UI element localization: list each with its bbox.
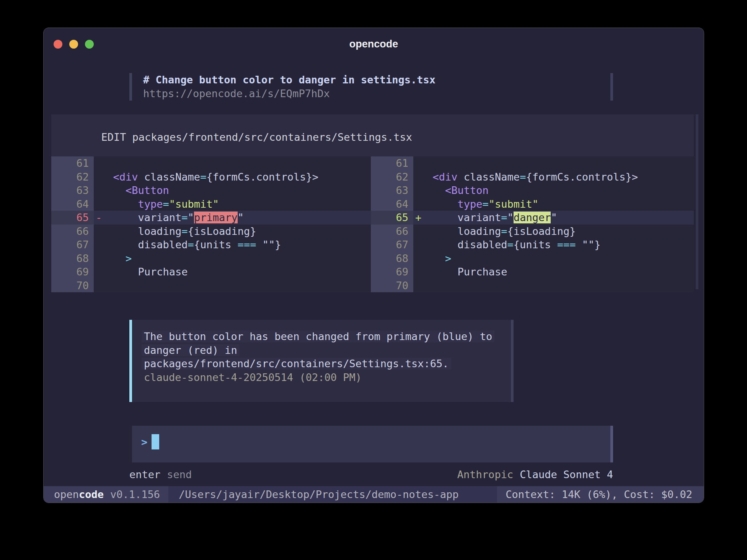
code-token: === (238, 239, 256, 251)
diff-row: 63 <Button (371, 184, 694, 197)
diff-row: 62 <div className={formCs.controls}> (51, 170, 371, 184)
code-token: = (483, 198, 489, 210)
app-name-open: open (54, 488, 79, 500)
assistant-message-text: danger (red) in (142, 344, 240, 356)
code-token (138, 171, 144, 183)
diff-code-line (94, 279, 371, 293)
code-token: {isLoading} (188, 225, 256, 237)
assistant-message-text: packages/frontend/src/containers/Setting… (142, 358, 451, 370)
edit-file-path: packages/frontend/src/containers/Setting… (132, 131, 413, 143)
code-token: > (445, 252, 451, 264)
code-token: Purchase (458, 266, 507, 278)
diff-row: 70 (371, 279, 694, 293)
code-token: {formCs.controls}> (526, 171, 638, 183)
edit-header: EDITpackages/frontend/src/containers/Set… (51, 114, 694, 155)
diff-line-number: 66 (51, 225, 94, 238)
diff-line-number: 69 (371, 265, 413, 279)
project-path: /Users/jayair/Desktop/Projects/demo-note… (179, 488, 459, 500)
diff-code-line: disabled={units === ""} (94, 238, 371, 252)
diff-code-line: <div className={formCs.controls}> (94, 170, 371, 184)
diff-line-number: 70 (51, 279, 94, 293)
assistant-message-meta: claude-sonnet-4-20250514 (02:00 PM) (144, 371, 511, 384)
edit-action-label: EDIT (101, 131, 126, 143)
diff-code-line (413, 156, 694, 170)
code-token: = (181, 225, 188, 237)
diff-line-number: 66 (371, 225, 413, 238)
diff-row: 65- variant="primary" (51, 211, 371, 225)
diff-line-number: 65 (51, 211, 94, 225)
diff-code-line (413, 279, 694, 293)
code-token: "submit" (169, 198, 219, 210)
code-token: className (464, 171, 520, 183)
diff-change-marker: + (413, 211, 420, 225)
code-token: type (138, 198, 163, 210)
prompt-input[interactable]: > (129, 426, 613, 462)
code-token: === (557, 239, 576, 251)
diff-code-line (94, 156, 371, 170)
code-token: variant (138, 212, 182, 223)
edit-diff-panel: EDITpackages/frontend/src/containers/Set… (51, 114, 694, 289)
code-token (101, 198, 138, 210)
send-action-label: send (167, 469, 192, 480)
enter-key-hint: enter (129, 469, 160, 480)
code-token: {isLoading} (507, 225, 576, 237)
diff-line-number: 70 (371, 279, 413, 293)
code-token: disabled (138, 239, 188, 251)
diff-code-line: > (94, 252, 371, 265)
model-indicator[interactable]: AnthropicClaude Sonnet 4 (457, 469, 613, 480)
diff-code-line: <Button (94, 184, 371, 197)
diff-row: 61 (371, 156, 694, 170)
code-token: ""} (256, 239, 281, 251)
diff-code-line: Purchase (413, 265, 694, 279)
code-token: = (501, 212, 507, 223)
code-token: disabled (458, 239, 507, 251)
code-token: danger (514, 212, 551, 223)
code-token: {formCs.controls}> (206, 171, 318, 183)
code-token: > (126, 252, 132, 264)
code-token: {units (514, 239, 557, 251)
code-token: = (181, 212, 188, 223)
code-token (420, 225, 458, 237)
diff-code-line: type="submit" (94, 197, 371, 211)
assistant-message-lines: The button color has been changed from p… (144, 330, 511, 371)
code-token: className (144, 171, 200, 183)
diff-scrollbar[interactable] (696, 114, 698, 289)
code-token (420, 198, 458, 210)
diff-line-number: 61 (51, 156, 94, 170)
diff-row: 67 disabled={units === ""} (51, 238, 371, 252)
code-token: " (551, 212, 557, 223)
diff-row: 70 (51, 279, 371, 293)
code-token: <div (433, 171, 458, 183)
diff-code-line: type="submit" (413, 197, 694, 211)
diff-line-number: 69 (51, 265, 94, 279)
assistant-message-block: The button color has been changed from p… (129, 320, 514, 402)
assistant-message-line: packages/frontend/src/containers/Setting… (144, 357, 511, 371)
code-token: {units (194, 239, 238, 251)
code-token (101, 184, 126, 196)
diff-side-before: 6162 <div className={formCs.controls}>63… (51, 156, 371, 292)
code-token: type (458, 198, 483, 210)
prompt-caret-icon: > (141, 436, 147, 448)
diff-line-number: 63 (51, 184, 94, 197)
provider-label: Anthropic (457, 469, 513, 480)
user-message-block: # Change button color to danger in setti… (129, 73, 435, 101)
code-token: = (200, 171, 206, 183)
input-footer: entersend AnthropicClaude Sonnet 4 (129, 469, 613, 480)
code-token (101, 212, 138, 223)
user-message-share-url[interactable]: https://opencode.ai/s/EQmP7hDx (143, 87, 435, 101)
app-name-code: code (79, 488, 104, 500)
context-cost-chip: Context: 14K (6%), Cost: $0.02 (497, 486, 704, 503)
user-message-title: # Change button color to danger in setti… (143, 73, 435, 87)
text-cursor (152, 434, 159, 449)
code-token: <div (113, 171, 138, 183)
code-token: " (507, 212, 514, 223)
diff-row: 64 type="submit" (51, 197, 371, 211)
code-token: Purchase (138, 266, 188, 278)
diff-code-line: + variant="danger" (413, 211, 694, 225)
diff-line-number: 63 (371, 184, 413, 197)
code-token: <Button (445, 184, 489, 196)
app-version-chip: opencodev0.1.156 (44, 486, 168, 503)
diff-row: 61 (51, 156, 371, 170)
code-token (101, 225, 138, 237)
model-label: Claude Sonnet 4 (520, 469, 613, 480)
